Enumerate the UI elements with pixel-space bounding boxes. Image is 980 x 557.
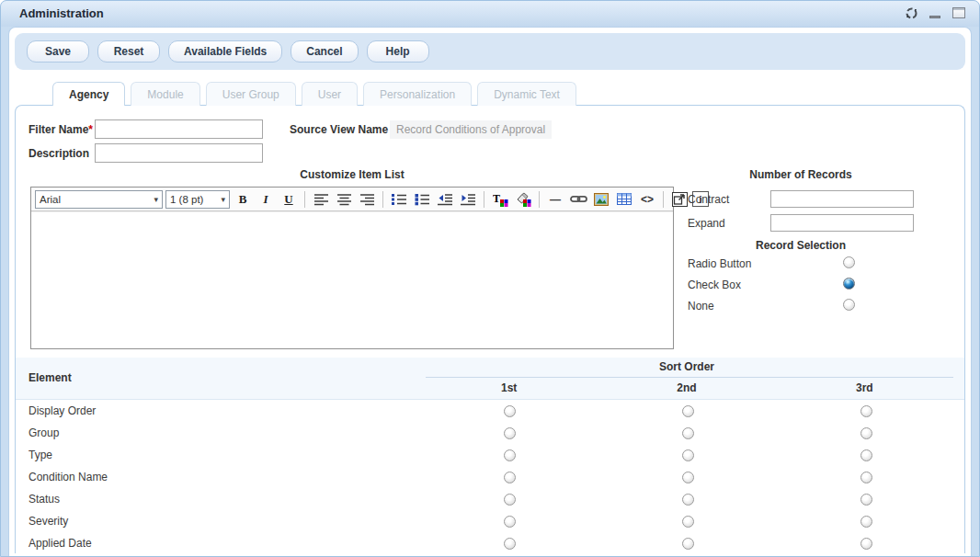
- tab-dynamic-text[interactable]: Dynamic Text: [477, 82, 576, 106]
- sort-radio[interactable]: [682, 449, 694, 461]
- expand-row: Expand: [688, 217, 927, 230]
- sort-radio[interactable]: [682, 516, 694, 528]
- sort-radio[interactable]: [504, 449, 516, 461]
- sort-radio[interactable]: [860, 472, 872, 483]
- insert-table-button[interactable]: [614, 189, 634, 209]
- expand-input[interactable]: [770, 214, 914, 232]
- sort-radio[interactable]: [860, 538, 872, 550]
- font-size-select[interactable]: 1 (8 pt)▾: [165, 190, 230, 209]
- record-selection-option: Check Box: [688, 278, 927, 291]
- sort-radio[interactable]: [682, 427, 694, 439]
- save-button[interactable]: Save: [27, 40, 89, 63]
- sort-radio[interactable]: [504, 427, 516, 439]
- customize-item-list-heading: Customize Item List: [30, 168, 674, 181]
- available-fields-button[interactable]: Available Fields: [168, 40, 282, 63]
- rich-text-editor: Arial▾ 1 (8 pt)▾ B I U: [30, 187, 674, 349]
- toolbar-separator: [484, 191, 484, 208]
- align-center-button[interactable]: [334, 189, 354, 209]
- indent-button[interactable]: [458, 189, 478, 209]
- window-title: Administration: [19, 6, 104, 20]
- ordered-list-button[interactable]: [389, 189, 409, 209]
- number-of-records-heading: Number of Records: [688, 168, 914, 181]
- sort-radio[interactable]: [682, 538, 694, 550]
- sort-radio[interactable]: [682, 472, 694, 483]
- table-row: Condition Name: [16, 466, 964, 488]
- description-label: Description: [28, 147, 89, 160]
- sort-radio[interactable]: [504, 538, 516, 550]
- outdent-button[interactable]: [435, 189, 455, 209]
- tab-personalization[interactable]: Personalization: [363, 82, 472, 106]
- reset-button[interactable]: Reset: [97, 40, 160, 63]
- contract-input[interactable]: [770, 190, 914, 208]
- toolbar-separator: [304, 191, 305, 208]
- row-label: Status: [16, 493, 420, 506]
- row-label: Display Order: [16, 404, 420, 417]
- record-selection-option: None: [688, 300, 927, 313]
- help-button[interactable]: Help: [367, 40, 429, 63]
- column-header-1st: 1st: [420, 381, 598, 394]
- sort-radio[interactable]: [682, 494, 694, 506]
- radio-button-option-radio[interactable]: [843, 256, 855, 268]
- column-header-2nd: 2nd: [598, 381, 775, 394]
- highlight-color-button[interactable]: [513, 189, 533, 209]
- tab-user-group[interactable]: User Group: [206, 82, 296, 106]
- action-toolbar: Save Reset Available Fields Cancel Help: [15, 33, 965, 70]
- link-button[interactable]: [568, 189, 588, 209]
- required-asterisk: *: [88, 123, 93, 136]
- none-option-label: None: [688, 300, 714, 313]
- row-label: Severity: [16, 515, 420, 528]
- column-header-3rd: 3rd: [776, 381, 953, 394]
- description-input[interactable]: [95, 143, 263, 163]
- sort-radio[interactable]: [504, 472, 516, 483]
- align-left-button[interactable]: [311, 189, 331, 209]
- toolbar-separator: [382, 191, 383, 208]
- sort-radio[interactable]: [682, 405, 694, 417]
- sort-radio[interactable]: [504, 494, 516, 506]
- row-label: Type: [16, 449, 420, 461]
- image-button[interactable]: [591, 189, 611, 209]
- minimize-icon[interactable]: [928, 6, 942, 20]
- none-option-radio[interactable]: [843, 299, 855, 311]
- check-box-option-radio[interactable]: [843, 278, 855, 290]
- sort-radio[interactable]: [504, 516, 516, 528]
- contract-row: Contract: [688, 193, 927, 206]
- sort-radio[interactable]: [860, 405, 872, 417]
- tab-user[interactable]: User: [302, 82, 358, 106]
- horizontal-rule-button[interactable]: —: [545, 189, 565, 209]
- header-divider: [426, 377, 953, 378]
- tab-agency[interactable]: Agency: [52, 82, 125, 106]
- record-selection-option: Radio Button: [688, 257, 927, 270]
- toolbar-separator: [539, 191, 540, 208]
- source-view-name-value: Record Conditions of Approval: [390, 120, 552, 139]
- editor-content-area[interactable]: [31, 211, 673, 348]
- administration-window: Administration Save Reset Available Fiel…: [0, 0, 980, 557]
- bold-button[interactable]: B: [233, 189, 253, 209]
- text-color-button[interactable]: T: [490, 189, 510, 209]
- sort-radio[interactable]: [860, 449, 872, 461]
- table-row: Type: [16, 444, 964, 466]
- table-row: Severity: [16, 510, 964, 532]
- refresh-icon[interactable]: [904, 6, 918, 20]
- sort-order-table: Element Sort Order 1st 2nd 3rd Display O…: [16, 358, 964, 554]
- filter-name-input[interactable]: [95, 119, 263, 139]
- unordered-list-button[interactable]: [412, 189, 432, 209]
- title-bar: Administration: [1, 1, 979, 27]
- sort-radio[interactable]: [860, 494, 872, 506]
- popup-editor-button[interactable]: [669, 189, 689, 209]
- table-row: Status: [16, 488, 964, 510]
- html-source-button[interactable]: <>: [637, 189, 657, 209]
- underline-button[interactable]: U: [279, 189, 299, 209]
- tab-module[interactable]: Module: [131, 82, 199, 106]
- sort-order-header: Sort Order: [420, 360, 953, 373]
- sort-radio[interactable]: [860, 427, 872, 439]
- row-label: Group: [16, 426, 420, 439]
- italic-button[interactable]: I: [256, 189, 276, 209]
- sort-radio[interactable]: [860, 516, 872, 528]
- record-selection-heading: Record Selection: [688, 239, 914, 252]
- align-right-button[interactable]: [357, 189, 377, 209]
- radio-button-option-label: Radio Button: [688, 257, 751, 270]
- sort-radio[interactable]: [504, 405, 516, 417]
- maximize-icon[interactable]: [952, 6, 966, 20]
- cancel-button[interactable]: Cancel: [291, 40, 358, 63]
- font-family-select[interactable]: Arial▾: [35, 190, 163, 209]
